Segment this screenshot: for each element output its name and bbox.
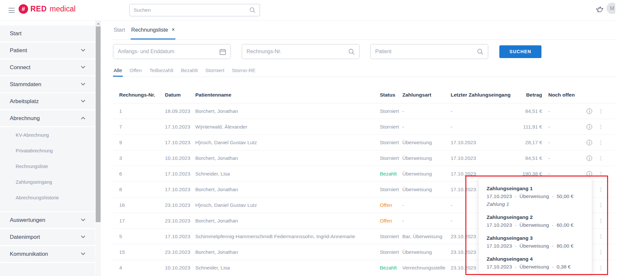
sidebar-item-datenimport[interactable]: Datenimport xyxy=(0,229,95,245)
sidebar-item-label: Kommunikation xyxy=(10,251,48,257)
search-icon xyxy=(348,48,355,55)
sidebar-item-kv-abrechnung[interactable]: KV-Abrechnung xyxy=(0,127,95,143)
status-filter-tabs: AlleOffenTeilbezahltBezahltStorniertStor… xyxy=(113,64,616,77)
cell-rechnungs-nr: 7 xyxy=(119,124,122,130)
cell-betrag: 190,38 € xyxy=(523,171,542,177)
cell-zahlungsart: Verrechnungsstelle xyxy=(402,265,445,271)
payment-entry: Zahlungseingang 317.10.2023·Überweisung·… xyxy=(487,235,584,249)
info-icon[interactable]: i xyxy=(587,155,592,161)
dot-separator: · xyxy=(552,222,554,228)
global-search-input[interactable] xyxy=(134,4,245,16)
cell-status: Offen xyxy=(380,218,392,224)
invoice-number-input[interactable] xyxy=(247,44,345,59)
app-logo: # RED medical xyxy=(19,4,75,14)
calendar-icon[interactable] xyxy=(219,48,226,55)
topbar: # RED medical M xyxy=(0,0,615,21)
dot-separator: · xyxy=(515,222,517,228)
cell-letzter-zahlungseingang: - xyxy=(451,108,452,114)
search-button[interactable]: SUCHEN xyxy=(499,45,541,58)
sidebar-item-auswertungen[interactable]: Auswertungen xyxy=(0,212,95,228)
status-tab-teilbezahlt[interactable]: Teilbezahlt xyxy=(149,64,174,77)
row-menu-icon[interactable]: ⋮ xyxy=(598,171,604,177)
row-menu-icon[interactable]: ⋮ xyxy=(598,249,604,255)
sidebar-item-label: Datenimport xyxy=(10,234,40,240)
cell-zahlungsart: - xyxy=(402,202,404,208)
cell-patientenname: Schimmelpfennig-Hammerschmidt Federmanns… xyxy=(195,234,355,239)
sidebar-item-label: Abrechnungshistorie xyxy=(16,195,59,200)
sidebar-item-abrechnungshistorie[interactable]: Abrechnungshistorie xyxy=(0,190,95,206)
sidebar-item-arbeitsplatz[interactable]: Arbeitsplatz xyxy=(0,93,95,109)
table-row[interactable]: 310.10.2023Borchert, JonathanStorniertÜb… xyxy=(113,150,616,166)
sidebar-scrollbar-thumb[interactable] xyxy=(96,26,101,222)
sidebar-item-connect[interactable]: Connect xyxy=(0,59,95,75)
patient-input[interactable] xyxy=(375,44,473,59)
col-datum: Datum xyxy=(165,92,181,98)
cell-letzter-zahlungseingang: - xyxy=(451,202,452,208)
status-tab-offen[interactable]: Offen xyxy=(129,64,143,77)
sidebar-item-label: Rechnungsliste xyxy=(16,164,48,169)
payment-entry-title: Zahlungseingang 4 xyxy=(487,256,584,262)
cell-rechnungs-nr: 4 xyxy=(119,265,122,271)
cell-datum: 23.10.2023 xyxy=(165,218,190,224)
row-menu-icon[interactable]: ⋮ xyxy=(598,234,604,239)
info-icon[interactable]: i xyxy=(587,124,592,130)
info-icon[interactable]: i xyxy=(587,108,592,114)
sidebar-nav: StartPatientConnectStammdatenArbeitsplat… xyxy=(0,21,95,276)
user-avatar[interactable]: M xyxy=(606,3,615,14)
date-range-input[interactable] xyxy=(118,44,216,59)
cell-datum: 10.10.2023 xyxy=(165,155,190,161)
row-menu-icon[interactable]: ⋮ xyxy=(598,218,604,224)
cell-patientenname: H}nsch, Daniel Gustav Lutz xyxy=(195,140,257,146)
cell-status: Offen xyxy=(380,202,392,208)
table-row[interactable]: 917.10.2023H}nsch, Daniel Gustav LutzSto… xyxy=(113,134,616,150)
tab-start[interactable]: Start xyxy=(113,21,126,39)
info-icon[interactable]: i xyxy=(587,140,592,145)
status-tab-storno-re[interactable]: Storno-RE xyxy=(231,64,256,77)
cell-letzter-zahlungseingang: 17.10.2023 xyxy=(451,140,476,146)
cell-patientenname: Borchert, Jonathan xyxy=(195,155,238,161)
cell-letzter-zahlungseingang: 23.10.2023 xyxy=(451,249,476,255)
row-menu-icon[interactable]: ⋮ xyxy=(598,140,604,146)
row-menu-icon[interactable]: ⋮ xyxy=(598,108,604,114)
cell-rechnungs-nr: 9 xyxy=(119,140,122,146)
sidebar-item-start[interactable]: Start xyxy=(0,25,95,41)
cell-betrag: 84,51 € xyxy=(525,108,542,114)
tab-rechnungsliste[interactable]: Rechnungsliste × xyxy=(131,21,175,39)
sidebar-item-privatabrechnung[interactable]: Privatabrechnung xyxy=(0,143,95,159)
invoice-number-field xyxy=(242,44,360,59)
status-tab-bezahlt[interactable]: Bezahlt xyxy=(180,64,199,77)
row-menu-icon[interactable]: ⋮ xyxy=(598,124,604,130)
sidebar-item-stammdaten[interactable]: Stammdaten xyxy=(0,76,95,92)
row-menu-icon[interactable]: ⋮ xyxy=(598,202,604,208)
payment-entry-title: Zahlungseingang 1 xyxy=(487,185,584,192)
sidebar-item-label: Stammdaten xyxy=(10,81,41,88)
hamburger-menu-icon[interactable] xyxy=(8,8,15,13)
status-tab-alle[interactable]: Alle xyxy=(113,64,123,77)
payment-method: Überweisung xyxy=(520,243,549,249)
dove-messenger-icon[interactable] xyxy=(595,5,604,14)
cell-betrag: 111,91 € xyxy=(523,124,542,130)
row-menu-icon[interactable]: ⋮ xyxy=(598,187,604,192)
table-row[interactable]: 717.10.2023Wýnterwald, ÀlexanderStornier… xyxy=(113,119,616,134)
cell-zahlungsart: Überweisung xyxy=(402,140,432,146)
info-icon[interactable]: i xyxy=(587,171,592,176)
sidebar-item-patient[interactable]: Patient xyxy=(0,42,95,58)
payment-entry-detail: 17.10.2023·Überweisung·60,00 € xyxy=(487,222,584,228)
cell-status: Bezahlt xyxy=(380,265,397,271)
tab-close-icon[interactable]: × xyxy=(172,27,175,33)
sidebar-item-kommunikation[interactable]: Kommunikation xyxy=(0,246,95,262)
sidebar-item-label: Connect xyxy=(10,64,30,71)
table-row[interactable]: 118.09.2023Borchert, JonathanStorniert--… xyxy=(113,103,616,119)
status-tab-storniert[interactable]: Storniert xyxy=(204,64,225,77)
cell-datum: 17.10.2023 xyxy=(165,140,190,146)
scrollbar-up-arrow[interactable] xyxy=(95,21,101,26)
row-menu-icon[interactable]: ⋮ xyxy=(598,155,604,161)
search-icon xyxy=(477,48,484,55)
sidebar-item-rechnungsliste[interactable]: Rechnungsliste xyxy=(0,159,95,174)
sidebar-item-zahlungseingang[interactable]: Zahlungseingang xyxy=(0,174,95,190)
chevron-down-icon xyxy=(81,234,85,238)
payment-entry-detail: 17.10.2023·Überweisung·50,00 € xyxy=(487,193,584,200)
payment-entry: Zahlungseingang 417.10.2023·Überweisung·… xyxy=(487,256,584,270)
sidebar-item-abrechnung[interactable]: Abrechnung xyxy=(0,110,95,126)
row-menu-icon[interactable]: ⋮ xyxy=(598,265,604,271)
